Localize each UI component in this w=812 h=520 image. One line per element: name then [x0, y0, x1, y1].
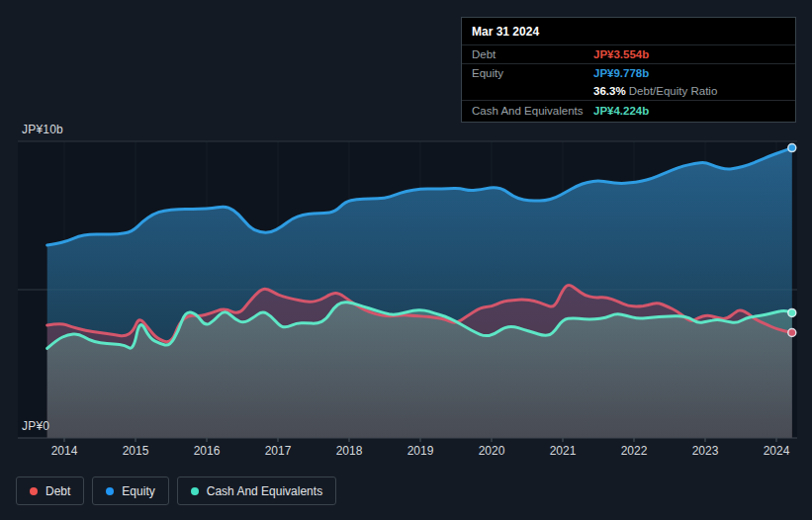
x-axis-label: 2020: [479, 444, 505, 458]
x-axis-label: 2014: [51, 444, 78, 458]
chart-tooltip: Mar 31 2024 Debt JP¥3.554b Equity JP¥9.7…: [461, 17, 796, 123]
legend-debt-label: Debt: [45, 484, 70, 498]
x-axis-label: 2024: [764, 444, 790, 458]
x-axis-label: 2022: [621, 444, 648, 458]
legend-item-debt[interactable]: Debt: [16, 477, 84, 505]
tooltip-cash-label: Cash And Equivalents: [472, 101, 584, 121]
tooltip-equity-row: Equity JP¥9.778b: [462, 63, 795, 82]
tooltip-date: Mar 31 2024: [462, 18, 795, 44]
legend-item-equity[interactable]: Equity: [92, 477, 168, 505]
y-axis-top-label: JP¥10b: [22, 123, 63, 136]
debt-equity-history-chart: JP¥10b JP¥0 2014201520162017201820192020…: [0, 0, 812, 520]
legend-equity-label: Equity: [122, 484, 154, 498]
x-axis-label: 2021: [550, 444, 577, 458]
cash-end-dot[interactable]: [788, 308, 796, 316]
debt-dot-icon: [30, 487, 38, 495]
tooltip-debt-value: JP¥3.554b: [593, 45, 649, 63]
x-axis-label: 2018: [336, 444, 363, 458]
tooltip-ratio-value: 36.3%: [593, 85, 626, 97]
x-axis-label: 2023: [692, 444, 719, 458]
y-axis-bottom-label: JP¥0: [22, 419, 49, 433]
legend-item-cash[interactable]: Cash And Equivalents: [177, 477, 336, 505]
tooltip-cash-row: Cash And Equivalents JP¥4.224b: [462, 100, 795, 122]
debt-end-dot[interactable]: [788, 329, 796, 337]
tooltip-ratio-row: 36.3% Debt/Equity Ratio: [462, 82, 795, 100]
equity-end-dot[interactable]: [788, 144, 796, 152]
tooltip-debt-row: Debt JP¥3.554b: [462, 44, 795, 63]
x-axis-label: 2015: [123, 444, 149, 458]
tooltip-equity-label: Equity: [472, 64, 503, 82]
tooltip-cash-value: JP¥4.224b: [593, 101, 649, 121]
equity-dot-icon: [106, 487, 114, 495]
chart-legend: Debt Equity Cash And Equivalents: [16, 477, 336, 505]
x-axis-label: 2016: [194, 444, 221, 458]
legend-cash-label: Cash And Equivalents: [207, 484, 322, 498]
cash-dot-icon: [191, 487, 199, 495]
x-axis-label: 2019: [407, 444, 434, 458]
x-axis-label: 2017: [265, 444, 292, 458]
tooltip-equity-value: JP¥9.778b: [593, 64, 649, 82]
tooltip-ratio-label: Debt/Equity Ratio: [626, 85, 718, 97]
tooltip-debt-label: Debt: [472, 45, 496, 63]
